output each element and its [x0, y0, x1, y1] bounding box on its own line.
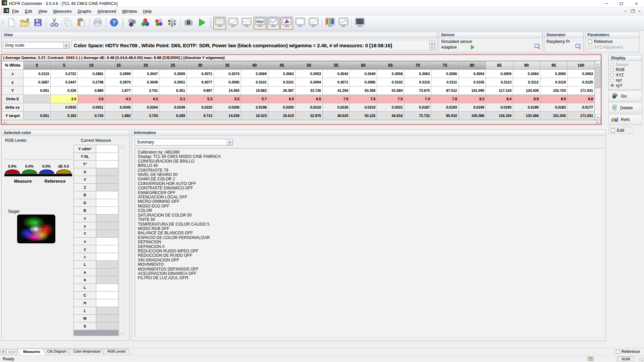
- grid-cell[interactable]: 0.3062: [268, 70, 295, 78]
- grid-column-header[interactable]: 5: [51, 61, 78, 70]
- tab-scroll-left-button[interactable]: ◄: [6, 349, 11, 354]
- grid-cell[interactable]: 6.351: [159, 86, 186, 95]
- measure-row-value[interactable]: [96, 315, 118, 322]
- menu-item-file[interactable]: File: [9, 8, 22, 15]
- grid-cell[interactable]: 9.897: [186, 86, 214, 95]
- reference-checkbox[interactable]: Reference: [585, 38, 639, 44]
- view-luminance-chart-button[interactable]: [240, 17, 253, 29]
- grid-cell[interactable]: 14.450: [214, 86, 241, 95]
- grid-cell[interactable]: 152.703: [540, 86, 567, 95]
- mdi-minimize-button[interactable]: [624, 11, 627, 11]
- grid-cell[interactable]: 7.5: [377, 95, 404, 103]
- grid-cell[interactable]: 0.743: [78, 112, 105, 120]
- view-rgb-levels-chart-button[interactable]: [254, 17, 266, 29]
- grid-cell[interactable]: 0.0183: [540, 103, 567, 112]
- grid-cell[interactable]: 0.3049: [132, 78, 159, 86]
- measure-row-value[interactable]: [96, 145, 118, 153]
- grid-column-header[interactable]: 70: [404, 61, 431, 70]
- grid-cell[interactable]: 7.4: [404, 95, 431, 103]
- grid-column-header[interactable]: 0: [23, 61, 51, 70]
- measure-row-value[interactable]: [96, 207, 118, 215]
- grid-cell[interactable]: 0.0189: [513, 103, 540, 112]
- snapshot-button[interactable]: [182, 17, 195, 29]
- sensor-play-icon[interactable]: [471, 45, 475, 50]
- grid-cell[interactable]: 0.3059: [486, 70, 513, 78]
- measure-row-value[interactable]: [96, 268, 118, 276]
- grid-cell[interactable]: 61.684: [377, 86, 404, 95]
- grid-column-header[interactable]: 75: [431, 61, 459, 70]
- grid-cell[interactable]: 0.3085: [350, 78, 377, 86]
- help-button[interactable]: ?: [108, 17, 120, 29]
- grid-cell[interactable]: 0.2999: [105, 70, 132, 78]
- grid-cell[interactable]: 2.0: [51, 95, 78, 103]
- grid-cell[interactable]: 0.2798: [78, 78, 105, 86]
- measure-continuous-button[interactable]: [166, 17, 178, 29]
- grid-cell[interactable]: 4.2: [132, 95, 159, 103]
- menu-item-help[interactable]: Help: [140, 8, 155, 15]
- grid-column-header[interactable]: 35: [214, 61, 241, 70]
- scrollbar-track[interactable]: [7, 120, 595, 124]
- grid-cell[interactable]: 0.0199: [459, 103, 486, 112]
- measure-row-value[interactable]: [96, 161, 118, 168]
- grid-cell[interactable]: 9.713: [186, 112, 214, 120]
- save-button[interactable]: [32, 17, 44, 29]
- grid-cell[interactable]: 0.3051: [159, 78, 186, 86]
- view-gamma-chart-button[interactable]: [227, 17, 239, 29]
- measure-row-value[interactable]: [96, 253, 118, 261]
- grid-cell[interactable]: 87.012: [431, 86, 459, 95]
- display-option-xyz[interactable]: xyz: [610, 78, 640, 83]
- grid-cell[interactable]: 0.0249: [159, 103, 186, 112]
- grid-cell[interactable]: 3.701: [132, 86, 159, 95]
- grid-cell[interactable]: 0.0177: [567, 103, 594, 112]
- grid-cell[interactable]: 8.8: [567, 95, 594, 103]
- measure-table-scrollbar[interactable]: ▲ ▼: [119, 145, 124, 336]
- grid-cell[interactable]: 0.183: [51, 112, 78, 120]
- grid-cell[interactable]: 41.294: [323, 86, 350, 95]
- measure-row-value[interactable]: [96, 238, 118, 245]
- grid-cell[interactable]: [23, 95, 51, 103]
- grid-cell[interactable]: 0.3111: [431, 78, 459, 86]
- measure-row-value[interactable]: [96, 307, 118, 315]
- grid-cell[interactable]: 0.1687: [23, 78, 51, 86]
- grid-cell[interactable]: 0.3069: [241, 70, 268, 78]
- grid-cell[interactable]: 0.2970: [105, 78, 132, 86]
- grid-cell[interactable]: 7.6: [350, 95, 377, 103]
- grid-cell[interactable]: 0.3102: [377, 78, 404, 86]
- run-measures-button[interactable]: [196, 17, 208, 29]
- minimize-button[interactable]: [599, 0, 614, 7]
- grid-cell[interactable]: 40.620: [323, 112, 350, 120]
- grid-column-header[interactable]: 30: [186, 61, 214, 70]
- grid-cell[interactable]: 0.3119: [540, 78, 567, 86]
- scrollbar-thumb[interactable]: [595, 67, 600, 88]
- grid-cell[interactable]: 50.125: [350, 112, 377, 120]
- grid-cell[interactable]: 0.051: [23, 112, 51, 120]
- grid-cell[interactable]: 5.1: [159, 95, 186, 103]
- grid-column-header[interactable]: 10: [78, 61, 105, 70]
- maximize-button[interactable]: [614, 0, 629, 7]
- grid-column-header[interactable]: 40: [241, 61, 268, 70]
- grid-cell[interactable]: 134.439: [513, 86, 540, 95]
- grid-cell[interactable]: 171.931: [567, 86, 594, 95]
- grid-cell[interactable]: 0.0254: [132, 103, 159, 112]
- grid-cell[interactable]: 5.5: [214, 95, 241, 103]
- grid-cell[interactable]: 7.8: [431, 95, 459, 103]
- grid-cell[interactable]: 0.3101: [241, 78, 268, 86]
- scroll-left-icon[interactable]: ◄: [2, 120, 7, 124]
- grid-cell[interactable]: 19.323: [241, 112, 268, 120]
- grid-cell[interactable]: 0.0198: [241, 103, 268, 112]
- scroll-down-icon[interactable]: ▼: [121, 331, 123, 336]
- grid-cell[interactable]: 0.3063: [567, 70, 594, 78]
- grid-cell[interactable]: 0.3077: [186, 78, 214, 86]
- grid-cell[interactable]: 0.0193: [431, 103, 459, 112]
- edit-checkbox[interactable]: Edit: [608, 127, 633, 134]
- grid-cell[interactable]: 5.7: [241, 95, 268, 103]
- grid-cell[interactable]: 6.5: [295, 95, 322, 103]
- measure-row-value[interactable]: [96, 322, 118, 330]
- measure-colors-button[interactable]: [152, 17, 165, 29]
- grid-cell[interactable]: 0.3125: [567, 78, 594, 86]
- grid-cell[interactable]: 0.3053: [295, 70, 322, 78]
- grid-cell[interactable]: 0.0210: [295, 103, 322, 112]
- measure-row-value[interactable]: [96, 292, 118, 299]
- grid-column-header[interactable]: 80: [459, 61, 486, 70]
- tab-close-button[interactable]: [1, 349, 6, 354]
